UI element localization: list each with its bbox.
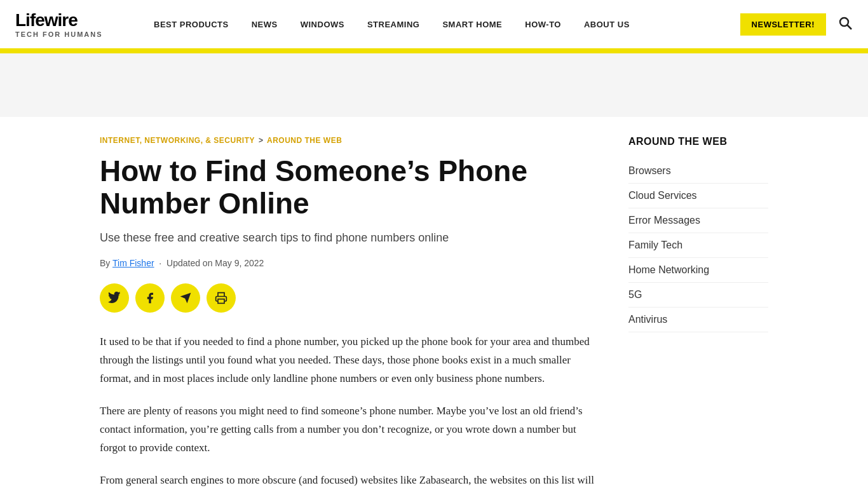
- sidebar-link[interactable]: Family Tech: [628, 233, 768, 258]
- content-wrapper: INTERNET, NETWORKING, & SECURITY > AROUN…: [85, 117, 783, 488]
- print-button[interactable]: [207, 283, 236, 313]
- updated-date: Updated on May 9, 2022: [166, 258, 264, 268]
- logo-area[interactable]: Lifewire TECH FOR HUMANS: [15, 10, 117, 38]
- sidebar-link[interactable]: Cloud Services: [628, 184, 768, 208]
- site-tagline: TECH FOR HUMANS: [15, 30, 117, 38]
- sidebar-link[interactable]: Antivirus: [628, 308, 768, 332]
- nav-news[interactable]: NEWS: [240, 20, 289, 29]
- ad-placeholder: [0, 53, 868, 117]
- article-paragraph-1: It used to be that if you needed to find…: [100, 333, 603, 388]
- site-logo[interactable]: Lifewire: [15, 10, 117, 30]
- sidebar: AROUND THE WEB BrowsersCloud ServicesErr…: [628, 136, 768, 488]
- facebook-share-button[interactable]: [135, 283, 165, 313]
- nav-how-to[interactable]: HOW-TO: [513, 20, 573, 29]
- search-icon: [837, 15, 853, 30]
- article-area: INTERNET, NETWORKING, & SECURITY > AROUN…: [100, 136, 603, 488]
- breadcrumb: INTERNET, NETWORKING, & SECURITY > AROUN…: [100, 136, 603, 145]
- svg-point-0: [840, 18, 848, 26]
- sidebar-link[interactable]: Home Networking: [628, 258, 768, 283]
- article-title: How to Find Someone’s Phone Number Onlin…: [100, 155, 603, 219]
- breadcrumb-separator: >: [259, 136, 263, 145]
- svg-line-1: [848, 25, 852, 30]
- social-icons: [100, 283, 603, 313]
- sidebar-link[interactable]: Browsers: [628, 159, 768, 184]
- nav-best-products[interactable]: BEST PRODUCTS: [142, 20, 240, 29]
- telegram-icon: [179, 292, 192, 304]
- nav-windows[interactable]: WINDOWS: [289, 20, 356, 29]
- nav-smart-home[interactable]: SMART HOME: [431, 20, 513, 29]
- sidebar-link[interactable]: 5G: [628, 283, 768, 308]
- breadcrumb-current[interactable]: AROUND THE WEB: [267, 136, 342, 145]
- breadcrumb-parent[interactable]: INTERNET, NETWORKING, & SECURITY: [100, 136, 255, 145]
- article-body: It used to be that if you needed to find…: [100, 333, 603, 488]
- article-paragraph-3: From general search engines to more obsc…: [100, 471, 603, 488]
- nav-streaming[interactable]: STREAMING: [356, 20, 431, 29]
- sidebar-links: BrowsersCloud ServicesError MessagesFami…: [628, 159, 768, 332]
- sidebar-title: AROUND THE WEB: [628, 136, 768, 147]
- main-nav: BEST PRODUCTS NEWS WINDOWS STREAMING SMA…: [142, 20, 728, 29]
- site-header: Lifewire TECH FOR HUMANS BEST PRODUCTS N…: [0, 0, 868, 51]
- author-link[interactable]: Tim Fisher: [112, 258, 154, 268]
- article-byline: By Tim Fisher · Updated on May 9, 2022: [100, 258, 603, 268]
- search-button[interactable]: [837, 15, 853, 33]
- print-icon: [215, 292, 227, 304]
- facebook-icon: [144, 292, 156, 304]
- article-paragraph-2: There are plenty of reasons you might ne…: [100, 402, 603, 458]
- sidebar-link[interactable]: Error Messages: [628, 208, 768, 233]
- newsletter-button[interactable]: NEWSLETTER!: [740, 13, 826, 36]
- svg-rect-2: [218, 299, 224, 304]
- telegram-share-button[interactable]: [171, 283, 200, 313]
- twitter-icon: [108, 292, 121, 304]
- nav-about-us[interactable]: ABOUT US: [573, 20, 641, 29]
- article-subtitle: Use these free and creative search tips …: [100, 229, 603, 247]
- twitter-share-button[interactable]: [100, 283, 129, 313]
